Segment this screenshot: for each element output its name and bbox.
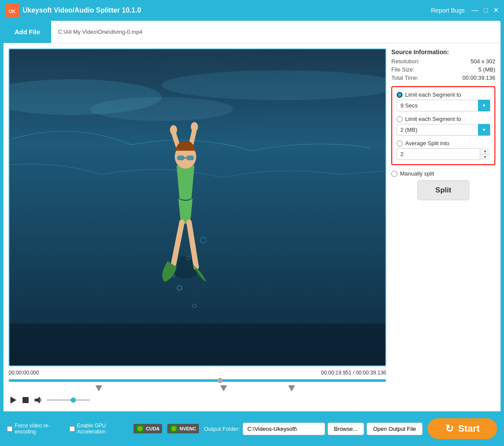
- spin-down-button[interactable]: ▼: [480, 154, 490, 160]
- options-box: Limit each Segment to 9 Secs 15 Secs 30 …: [391, 86, 495, 165]
- svg-rect-18: [177, 156, 185, 160]
- time-select-row: 9 Secs 15 Secs 30 Secs 60 Secs: [397, 100, 490, 111]
- svg-rect-26: [23, 397, 29, 403]
- volume-slider[interactable]: [47, 399, 90, 401]
- filesize-row: File Size: 5 (MB): [391, 66, 495, 73]
- option-limit-time: Limit each Segment to 9 Secs 15 Secs 30 …: [397, 91, 490, 111]
- limit-size-label: Limit each Segment to: [405, 116, 461, 122]
- size-select-row: 2 (MB) 5 (MB) 10 (MB) 20 (MB): [397, 124, 490, 136]
- maximize-button[interactable]: □: [484, 7, 488, 14]
- gpu-acceleration-checkbox[interactable]: [69, 426, 75, 432]
- force-encoding-option[interactable]: Force video re-encoding: [7, 423, 64, 435]
- svg-marker-27: [35, 397, 40, 404]
- svg-rect-19: [187, 156, 194, 160]
- svg-rect-24: [10, 324, 385, 365]
- stop-icon: [22, 396, 29, 404]
- play-icon: [9, 396, 17, 404]
- split-marker-2: [220, 385, 227, 391]
- volume-thumb: [71, 397, 76, 403]
- source-info-title: Source Information:: [391, 49, 495, 55]
- svg-point-7: [90, 97, 233, 121]
- volume-icon: [34, 396, 42, 404]
- play-button[interactable]: [9, 396, 17, 404]
- file-path: C:\All My Video\One\diving-0.mp4: [51, 29, 150, 35]
- minimize-button[interactable]: —: [471, 7, 478, 14]
- start-button[interactable]: ↻ Start: [428, 418, 497, 439]
- cuda-badge: CUDA: [133, 424, 162, 433]
- right-panel: Source Information: Resolution: 504 x 30…: [391, 49, 495, 406]
- report-bugs-button[interactable]: Report Bugs: [431, 7, 465, 14]
- svg-point-28: [137, 426, 143, 431]
- nvenc-icon: [170, 425, 178, 433]
- spinner-btns: ▲ ▼: [480, 148, 490, 160]
- average-split-label: Average Split into: [405, 140, 449, 146]
- open-output-button[interactable]: Open Output File: [367, 423, 423, 435]
- time-left: 00:00:00.000: [9, 370, 39, 376]
- totaltime-value: 00:00:39.136: [462, 75, 495, 81]
- svg-marker-25: [10, 397, 16, 404]
- gpu-acceleration-label: Enable GPU Acceleration: [77, 423, 129, 435]
- radio-manually-split[interactable]: [391, 171, 397, 177]
- force-encoding-label: Force video re-encoding: [15, 423, 64, 435]
- svg-text:UK: UK: [9, 9, 16, 14]
- main-container: Add File C:\All My Video\One\diving-0.mp…: [3, 21, 501, 411]
- time-right: 00:00:19.951 / 00:00:39.136: [321, 370, 386, 376]
- option-limit-time-label-row: Limit each Segment to: [397, 91, 490, 98]
- add-file-bar: Add File C:\All My Video\One\diving-0.mp…: [3, 21, 501, 43]
- video-bg-svg: [10, 49, 385, 365]
- spin-up-button[interactable]: ▲: [480, 148, 490, 154]
- cuda-icon: [136, 425, 144, 433]
- average-split-input[interactable]: [397, 148, 490, 160]
- force-encoding-checkbox[interactable]: [7, 426, 13, 432]
- content-area: 00:00:00.000 00:00:19.951 / 00:00:39.136: [3, 43, 501, 411]
- close-button[interactable]: ✕: [493, 7, 499, 14]
- size-select[interactable]: 2 (MB) 5 (MB) 10 (MB) 20 (MB): [397, 124, 490, 136]
- browse-button[interactable]: Browse...: [328, 423, 364, 435]
- start-label: Start: [458, 423, 480, 434]
- totaltime-row: Total Time: 00:00:39.136: [391, 75, 495, 81]
- seekbar-container: [9, 379, 386, 392]
- video-panel: 00:00:00.000 00:00:19.951 / 00:00:39.136: [9, 49, 386, 406]
- cuda-label: CUDA: [146, 426, 159, 431]
- source-info: Source Information: Resolution: 504 x 30…: [391, 49, 495, 83]
- title-bar-right: Report Bugs — □ ✕: [431, 7, 499, 14]
- seekbar[interactable]: [9, 379, 386, 382]
- stop-button[interactable]: [22, 396, 29, 404]
- resolution-value: 504 x 302: [471, 58, 495, 65]
- totaltime-label: Total Time:: [391, 75, 419, 81]
- svg-point-29: [171, 426, 176, 431]
- output-folder-label: Output Folder:: [204, 426, 240, 432]
- radio-limit-size[interactable]: [397, 116, 403, 122]
- spinner-row: ▲ ▼: [397, 148, 490, 160]
- split-marker-3: [288, 385, 295, 391]
- option-average-split-label-row: Average Split into: [397, 140, 490, 146]
- split-button[interactable]: Split: [417, 180, 469, 200]
- gpu-acceleration-option[interactable]: Enable GPU Acceleration: [69, 423, 129, 435]
- seekbar-thumb[interactable]: [218, 378, 223, 383]
- nvenc-label: NVENC: [179, 426, 196, 431]
- filesize-value: 5 (MB): [478, 66, 495, 73]
- output-path-input[interactable]: [243, 423, 325, 435]
- output-folder-section: Output Folder: Browse... Open Output Fil…: [204, 423, 423, 435]
- nvenc-badge: NVENC: [167, 424, 199, 433]
- radio-average-split[interactable]: [397, 140, 403, 146]
- time-select[interactable]: 9 Secs 15 Secs 30 Secs 60 Secs: [397, 100, 490, 111]
- add-file-button[interactable]: Add File: [3, 21, 51, 43]
- option-limit-size-label-row: Limit each Segment to: [397, 116, 490, 122]
- controls-row: [9, 394, 386, 406]
- start-icon: ↻: [445, 423, 454, 435]
- title-bar-left: UK Ukeysoft Video/Audio Splitter 10.1.0: [5, 3, 141, 17]
- split-markers: [9, 385, 386, 392]
- window-controls: — □ ✕: [471, 7, 499, 14]
- bottom-bar: Force video re-encoding Enable GPU Accel…: [0, 411, 504, 446]
- option-average-split: Average Split into ▲ ▼: [397, 140, 490, 160]
- radio-limit-time[interactable]: [397, 92, 403, 98]
- svg-point-15: [170, 125, 177, 135]
- volume-button[interactable]: [34, 396, 42, 404]
- time-display: 00:00:00.000 00:00:19.951 / 00:00:39.136: [9, 368, 386, 378]
- app-icon: UK: [5, 3, 19, 17]
- manually-split-label: Manually split: [400, 170, 434, 177]
- title-bar: UK Ukeysoft Video/Audio Splitter 10.1.0 …: [0, 0, 504, 21]
- resolution-row: Resolution: 504 x 302: [391, 58, 495, 65]
- split-marker-1: [95, 385, 102, 391]
